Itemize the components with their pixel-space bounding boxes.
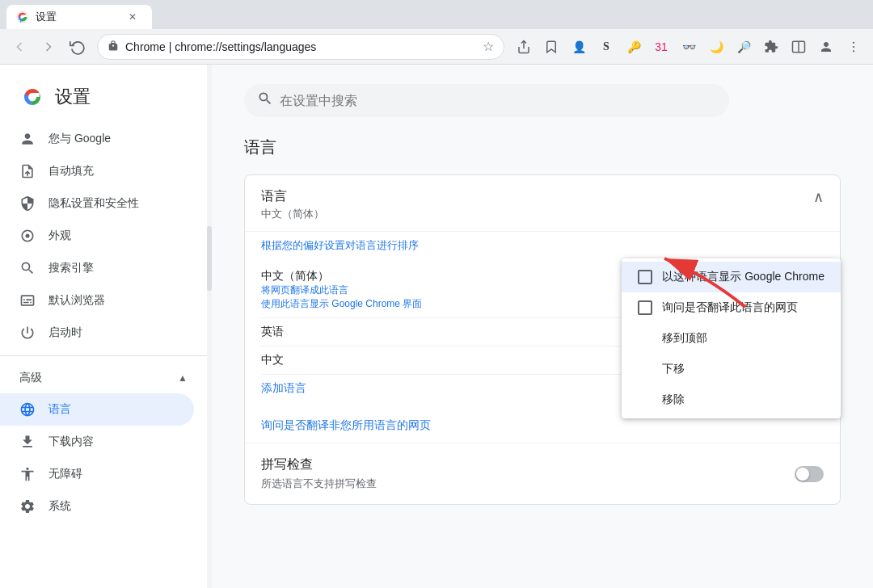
move-down-label: 下移 — [662, 362, 685, 376]
sidebar-item-autofill[interactable]: 自动填充 — [0, 155, 194, 187]
accessibility-icon — [19, 466, 36, 482]
display-chrome-label: 以这种语言显示 Google Chrome — [662, 270, 824, 284]
tab-favicon — [16, 10, 29, 23]
split-view-btn[interactable] — [786, 34, 812, 60]
startup-icon — [19, 325, 36, 341]
context-menu-item-ask-translate[interactable]: 询问是否翻译此语言的网页 — [622, 292, 841, 323]
system-icon — [19, 498, 36, 514]
browser-tab[interactable]: 设置 ✕ — [6, 5, 152, 29]
search-input[interactable] — [280, 94, 716, 108]
sidebar-label-startup: 启动时 — [48, 326, 82, 340]
context-menu: 以这种语言显示 Google Chrome 询问是否翻译此语言的网页 移到顶部 … — [622, 258, 841, 418]
sort-hint: 根据您的偏好设置对语言进行排序 — [261, 238, 824, 253]
tab-title: 设置 — [36, 10, 57, 24]
downloads-icon — [19, 434, 36, 450]
ask-translate-checkbox[interactable] — [638, 300, 652, 315]
sidebar-item-browser[interactable]: 默认浏览器 — [0, 284, 194, 317]
sidebar-item-privacy[interactable]: 隐私设置和安全性 — [0, 187, 194, 220]
address-text: Chrome | chrome://settings/languages — [125, 40, 476, 53]
display-chrome-checkbox[interactable] — [638, 270, 652, 284]
extension-icon-3[interactable]: 🔑 — [621, 34, 647, 60]
card-subtitle: 中文（简体） — [261, 207, 324, 221]
extension-icon-5[interactable]: 👓 — [676, 34, 702, 60]
extension-icon-6[interactable]: 🌙 — [703, 34, 729, 60]
context-menu-item-move-down[interactable]: 下移 — [622, 354, 841, 384]
toolbar-extension-icons: 👤 S 🔑 31 👓 🌙 🔎 — [511, 34, 867, 60]
sidebar-label-downloads: 下载内容 — [48, 435, 94, 449]
appearance-icon — [19, 228, 36, 244]
search-icon — [257, 90, 273, 111]
sidebar-item-google[interactable]: 您与 Google — [0, 123, 194, 155]
address-bar[interactable]: Chrome | chrome://settings/languages ☆ — [97, 34, 504, 60]
sidebar-label-accessibility: 无障碍 — [48, 467, 82, 481]
card-header: 语言 中文（简体） ∧ — [245, 175, 840, 232]
context-menu-item-display-chrome[interactable]: 以这种语言显示 Google Chrome — [622, 262, 841, 292]
sidebar-item-startup[interactable]: 启动时 — [0, 317, 194, 349]
sidebar-item-system[interactable]: 系统 — [0, 490, 194, 523]
sidebar-label-languages: 语言 — [48, 402, 71, 417]
sidebar-item-appearance[interactable]: 外观 — [0, 220, 194, 252]
forward-button[interactable] — [36, 34, 61, 60]
card-title: 语言 — [261, 188, 324, 205]
more-options-btn[interactable] — [841, 34, 867, 60]
sidebar-section-advanced[interactable]: 高级 ▲ — [0, 363, 207, 393]
sidebar-divider — [0, 355, 207, 356]
sidebar-label-autofill: 自动填充 — [48, 164, 94, 178]
spell-check-toggle[interactable] — [795, 466, 824, 482]
svg-point-7 — [853, 50, 854, 52]
translate-text: 询问是否翻译非您所用语言的网页 — [261, 418, 431, 433]
sidebar: 设置 您与 Google 自动填充 隐私设置和安全性 外观 — [0, 65, 207, 588]
back-button[interactable] — [6, 34, 32, 60]
sidebar-label-privacy: 隐私设置和安全性 — [48, 196, 139, 211]
reload-button[interactable] — [65, 34, 91, 60]
profile-btn[interactable] — [813, 34, 839, 60]
context-menu-item-move-top[interactable]: 移到顶部 — [622, 323, 841, 354]
tab-close-btn[interactable]: ✕ — [126, 10, 139, 23]
extension-icon-2[interactable]: S — [593, 34, 619, 60]
browser-toolbar: Chrome | chrome://settings/languages ☆ 👤… — [0, 29, 873, 65]
sidebar-label-google: 您与 Google — [48, 132, 111, 146]
sidebar-header: 设置 — [0, 78, 207, 123]
sidebar-item-downloads[interactable]: 下载内容 — [0, 426, 194, 458]
sidebar-label-browser: 默认浏览器 — [48, 293, 105, 308]
extension-icon-1[interactable]: 👤 — [566, 34, 592, 60]
spell-subtitle: 所选语言不支持拼写检查 — [261, 477, 377, 491]
sidebar-item-search[interactable]: 搜索引擎 — [0, 252, 194, 284]
languages-icon — [19, 401, 36, 418]
sidebar-item-accessibility[interactable]: 无障碍 — [0, 458, 194, 490]
sidebar-label-system: 系统 — [48, 499, 71, 514]
settings-title: 设置 — [55, 85, 91, 109]
autofill-icon — [19, 163, 36, 179]
spell-title: 拼写检查 — [261, 456, 377, 473]
move-top-label: 移到顶部 — [662, 331, 707, 346]
privacy-icon — [19, 195, 36, 212]
context-menu-item-remove[interactable]: 移除 — [622, 384, 841, 415]
chrome-logo — [19, 84, 45, 110]
toggle-knob — [796, 468, 809, 481]
bookmark-icon[interactable]: ☆ — [483, 39, 494, 54]
address-bar-actions: ☆ — [483, 39, 494, 54]
search-bar — [244, 84, 729, 117]
extensions-btn[interactable] — [758, 34, 784, 60]
page-title: 语言 — [244, 136, 841, 158]
sidebar-item-languages[interactable]: 语言 — [0, 393, 194, 426]
advanced-arrow-icon: ▲ — [178, 372, 188, 384]
extension-icon-7[interactable]: 🔎 — [731, 34, 757, 60]
ask-translate-label: 询问是否翻译此语言的网页 — [662, 300, 798, 315]
sidebar-label-appearance: 外观 — [48, 229, 71, 243]
svg-point-1 — [21, 15, 24, 19]
extension-icon-4[interactable]: 31 — [648, 34, 674, 60]
add-language-btn[interactable]: 添加语言 — [261, 381, 306, 396]
svg-point-5 — [853, 41, 854, 43]
remove-label: 移除 — [662, 393, 685, 407]
main-content: 语言 语言 中文（简体） ∧ 根据您的偏好设置对语言进行排序 中文（简体） 将网… — [212, 65, 873, 588]
user-icon — [19, 131, 36, 147]
search-engine-icon — [19, 260, 36, 276]
bookmark-icon[interactable] — [538, 34, 564, 60]
share-icon[interactable] — [511, 34, 537, 60]
lock-icon — [108, 40, 119, 53]
collapse-btn[interactable]: ∧ — [813, 188, 824, 206]
spell-check-row: 拼写检查 所选语言不支持拼写检查 — [245, 443, 840, 504]
svg-point-6 — [853, 45, 854, 47]
spell-info: 拼写检查 所选语言不支持拼写检查 — [261, 456, 377, 491]
